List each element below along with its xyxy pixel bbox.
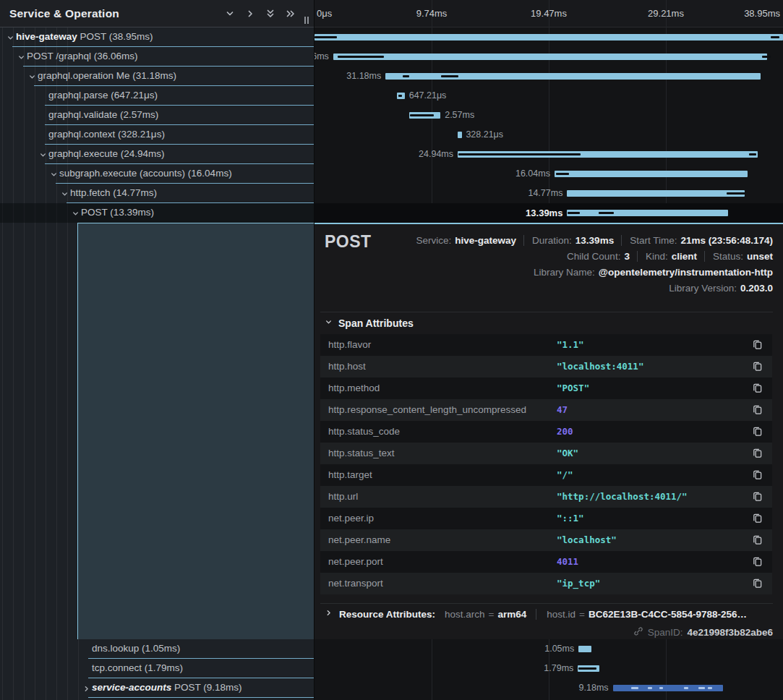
child-span-tick <box>771 36 779 38</box>
span-duration-label: 2.57ms <box>445 110 474 120</box>
span-label: tcp.connect (1.79ms) <box>92 662 183 673</box>
span-bar[interactable] <box>567 190 745 197</box>
chevron-down-icon[interactable] <box>17 52 26 61</box>
span-duration-label: 24.94ms <box>419 149 453 159</box>
meta-label: Child Count: <box>567 251 620 262</box>
span-row[interactable]: tcp.connect (1.79ms) <box>0 659 314 678</box>
copy-icon[interactable] <box>751 578 763 589</box>
chevron-down-icon[interactable] <box>60 189 69 198</box>
divider <box>320 312 773 312</box>
span-row[interactable]: graphql.parse (647.21μs) <box>0 86 314 106</box>
chevron-down-icon[interactable] <box>49 169 59 179</box>
span-bar-row: 16.04ms <box>315 164 783 184</box>
copy-icon[interactable] <box>751 534 763 546</box>
span-row[interactable]: graphql.validate (2.57ms) <box>0 106 314 125</box>
timeline-tick-label: 29.21ms <box>648 8 684 19</box>
chevron-down-icon[interactable] <box>224 8 236 20</box>
span-row[interactable]: service-accounts POST (9.18ms) <box>0 678 314 698</box>
child-span-tick <box>631 687 638 689</box>
span-row[interactable]: graphql.context (328.21μs) <box>0 125 314 145</box>
span-bar[interactable] <box>397 93 405 99</box>
copy-icon[interactable] <box>751 513 763 524</box>
span-id-row: SpanID: 4e21998f3b82abe6 <box>633 626 773 639</box>
meta-label: Start Time: <box>630 235 677 246</box>
copy-icon[interactable] <box>751 426 763 438</box>
copy-icon[interactable] <box>751 469 763 481</box>
attribute-row: net.peer.ip"::1" <box>320 508 772 529</box>
span-bar-row: 13.39ms <box>315 203 783 223</box>
span-meta-item: Service:hive-gateway <box>416 235 516 246</box>
child-span-tick <box>684 687 688 689</box>
span-bar[interactable] <box>567 210 728 216</box>
copy-icon[interactable] <box>751 448 763 459</box>
child-span-tick <box>403 75 409 77</box>
column-resizer[interactable] <box>304 17 309 24</box>
span-bar[interactable] <box>458 132 462 138</box>
attribute-key: http.url <box>328 491 358 502</box>
span-duration-label: 1.05ms <box>544 644 574 654</box>
span-bar[interactable] <box>578 665 599 672</box>
copy-icon[interactable] <box>751 383 763 394</box>
span-attributes-header[interactable]: Span Attributes <box>324 317 414 329</box>
chevrons-down-icon[interactable] <box>265 8 276 20</box>
span-row[interactable]: graphql.operation Me (31.18ms) <box>0 67 314 86</box>
span-bar[interactable] <box>409 112 440 119</box>
operation-name: graphql.execute (24.94ms) <box>48 148 165 159</box>
resource-value: arm64 <box>497 609 526 620</box>
span-duration-label: 1.79ms <box>544 663 573 673</box>
span-row[interactable]: POST (13.39ms) <box>0 203 314 223</box>
span-bar[interactable] <box>315 34 783 40</box>
attribute-row: http.target"/" <box>320 464 772 486</box>
child-span-tick <box>568 212 580 214</box>
span-bar[interactable] <box>555 171 748 177</box>
span-row[interactable]: subgraph.execute (accounts) (16.04ms) <box>0 164 314 184</box>
chevron-down-icon[interactable] <box>6 33 15 42</box>
copy-icon[interactable] <box>751 491 763 503</box>
attribute-key: net.peer.port <box>328 556 383 567</box>
copy-icon[interactable] <box>751 361 763 372</box>
operation-name: POST (13.39ms) <box>81 207 154 218</box>
attribute-key: http.status_code <box>328 426 400 437</box>
span-bar-row: 1.05ms <box>315 639 783 659</box>
attribute-value: "localhost:4011" <box>557 361 643 372</box>
chevron-right-icon[interactable] <box>244 8 256 20</box>
copy-icon[interactable] <box>751 556 763 568</box>
operation-name: POST /graphql (36.06ms) <box>27 51 138 61</box>
chevron-down-icon <box>324 317 333 329</box>
chevron-down-icon[interactable] <box>27 72 37 81</box>
span-row[interactable]: graphql.execute (24.94ms) <box>0 145 314 164</box>
chevron-right-icon[interactable] <box>82 683 91 693</box>
span-meta-item: Library Version:0.203.0 <box>669 283 773 294</box>
chevron-right-icon <box>324 608 333 620</box>
attribute-row: http.flavor"1.1" <box>320 334 772 356</box>
meta-value: 13.39ms <box>576 235 614 246</box>
operation-name: graphql.validate (2.57ms) <box>48 109 158 120</box>
tree-header: Service & Operation <box>0 0 314 27</box>
span-bar[interactable] <box>333 54 767 60</box>
span-row[interactable]: http.fetch (14.77ms) <box>0 184 314 203</box>
resource-attributes-row[interactable]: Resource Attributes: host.arch=arm64host… <box>324 608 747 620</box>
attribute-key: http.status_text <box>328 448 395 458</box>
chevron-down-icon[interactable] <box>71 208 80 218</box>
span-row[interactable]: dns.lookup (1.05ms) <box>0 639 314 659</box>
span-bar[interactable] <box>385 73 761 80</box>
span-bar[interactable] <box>578 646 591 652</box>
span-row[interactable]: hive-gateway POST (38.95ms) <box>0 27 314 47</box>
attribute-value: 4011 <box>557 556 578 567</box>
span-row[interactable]: POST /graphql (36.06ms) <box>0 47 314 67</box>
divider <box>320 603 773 604</box>
chevrons-right-icon[interactable] <box>285 8 296 20</box>
chevron-down-icon[interactable] <box>38 150 48 159</box>
attribute-row: http.response_content_length_uncompresse… <box>320 399 772 421</box>
link-icon[interactable] <box>633 626 643 639</box>
span-meta-item: Child Count:3 <box>567 251 630 262</box>
span-duration-label: 36.06ms <box>315 51 329 61</box>
copy-icon[interactable] <box>751 404 763 416</box>
span-bar[interactable] <box>458 151 758 158</box>
span-bar[interactable] <box>613 685 724 691</box>
timeline-tick-label: 9.74ms <box>416 8 448 19</box>
operation-name: dns.lookup (1.05ms) <box>92 643 180 654</box>
attribute-row: net.peer.name"localhost" <box>320 529 772 551</box>
copy-icon[interactable] <box>751 339 763 351</box>
child-span-tick <box>708 687 712 689</box>
